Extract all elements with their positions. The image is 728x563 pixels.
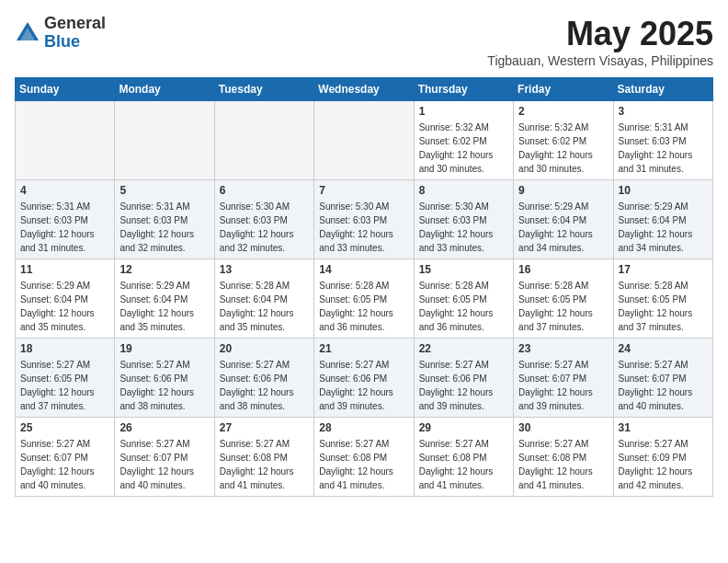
calendar-day-cell: 29Sunrise: 5:27 AMSunset: 6:08 PMDayligh…: [414, 418, 513, 497]
day-number: 16: [518, 263, 608, 276]
calendar-day-cell: 13Sunrise: 5:28 AMSunset: 6:04 PMDayligh…: [214, 259, 313, 339]
calendar-table: SundayMondayTuesdayWednesdayThursdayFrid…: [15, 77, 713, 497]
day-info: Sunrise: 5:27 AMSunset: 6:08 PMDaylight:…: [518, 437, 608, 492]
day-number: 19: [119, 342, 209, 355]
calendar-day-cell: 14Sunrise: 5:28 AMSunset: 6:05 PMDayligh…: [314, 259, 414, 339]
header-row: SundayMondayTuesdayWednesdayThursdayFrid…: [16, 78, 713, 101]
calendar-week-row: 4Sunrise: 5:31 AMSunset: 6:03 PMDaylight…: [16, 180, 713, 259]
calendar-day-cell: 28Sunrise: 5:27 AMSunset: 6:08 PMDayligh…: [314, 418, 414, 497]
day-number: 30: [518, 421, 608, 434]
day-info: Sunrise: 5:27 AMSunset: 6:08 PMDaylight:…: [419, 437, 508, 492]
day-number: 31: [619, 421, 708, 434]
day-number: 9: [518, 184, 608, 197]
weekday-header: Sunday: [16, 78, 115, 101]
day-info: Sunrise: 5:27 AMSunset: 6:07 PMDaylight:…: [119, 437, 209, 492]
day-number: 26: [119, 421, 209, 434]
day-info: Sunrise: 5:30 AMSunset: 6:03 PMDaylight:…: [419, 200, 508, 255]
location-title: Tigbauan, Western Visayas, Philippines: [487, 53, 713, 68]
calendar-week-row: 18Sunrise: 5:27 AMSunset: 6:05 PMDayligh…: [16, 339, 713, 418]
calendar-day-cell: 22Sunrise: 5:27 AMSunset: 6:06 PMDayligh…: [414, 339, 513, 418]
day-number: 20: [220, 342, 309, 355]
calendar-week-row: 25Sunrise: 5:27 AMSunset: 6:07 PMDayligh…: [16, 418, 713, 497]
day-number: 24: [619, 342, 708, 355]
day-info: Sunrise: 5:28 AMSunset: 6:05 PMDaylight:…: [419, 279, 508, 334]
day-info: Sunrise: 5:32 AMSunset: 6:02 PMDaylight:…: [419, 121, 508, 176]
calendar-day-cell: 16Sunrise: 5:28 AMSunset: 6:05 PMDayligh…: [514, 259, 613, 339]
weekday-header: Monday: [115, 78, 214, 101]
calendar-day-cell: 26Sunrise: 5:27 AMSunset: 6:07 PMDayligh…: [115, 418, 214, 497]
day-number: 13: [220, 263, 309, 276]
day-info: Sunrise: 5:28 AMSunset: 6:05 PMDaylight:…: [518, 279, 608, 334]
day-number: 7: [319, 184, 408, 197]
day-number: 27: [220, 421, 309, 434]
calendar-day-cell: 10Sunrise: 5:29 AMSunset: 6:04 PMDayligh…: [613, 180, 712, 259]
title-block: May 2025 Tigbauan, Western Visayas, Phil…: [487, 15, 713, 68]
day-number: 22: [419, 342, 508, 355]
day-number: 21: [319, 342, 408, 355]
calendar-day-cell: 5Sunrise: 5:31 AMSunset: 6:03 PMDaylight…: [115, 180, 214, 259]
calendar-day-cell: 18Sunrise: 5:27 AMSunset: 6:05 PMDayligh…: [16, 339, 115, 418]
day-info: Sunrise: 5:28 AMSunset: 6:04 PMDaylight:…: [220, 279, 309, 334]
calendar-day-cell: [115, 101, 214, 180]
day-info: Sunrise: 5:27 AMSunset: 6:08 PMDaylight:…: [319, 437, 408, 492]
calendar-day-cell: [314, 101, 414, 180]
day-number: 3: [619, 105, 708, 118]
day-number: 18: [20, 342, 109, 355]
weekday-header: Wednesday: [314, 78, 414, 101]
day-number: 29: [419, 421, 508, 434]
day-number: 1: [419, 105, 508, 118]
day-info: Sunrise: 5:29 AMSunset: 6:04 PMDaylight:…: [20, 279, 109, 334]
day-info: Sunrise: 5:27 AMSunset: 6:08 PMDaylight:…: [220, 437, 309, 492]
calendar-day-cell: 15Sunrise: 5:28 AMSunset: 6:05 PMDayligh…: [414, 259, 513, 339]
day-info: Sunrise: 5:31 AMSunset: 6:03 PMDaylight:…: [119, 200, 209, 255]
calendar-week-row: 1Sunrise: 5:32 AMSunset: 6:02 PMDaylight…: [16, 101, 713, 180]
day-number: 4: [20, 184, 109, 197]
calendar-day-cell: 2Sunrise: 5:32 AMSunset: 6:02 PMDaylight…: [514, 101, 613, 180]
calendar-week-row: 11Sunrise: 5:29 AMSunset: 6:04 PMDayligh…: [16, 259, 713, 339]
day-info: Sunrise: 5:27 AMSunset: 6:05 PMDaylight:…: [20, 358, 109, 413]
day-number: 10: [619, 184, 708, 197]
day-number: 23: [518, 342, 608, 355]
month-title: May 2025: [487, 15, 713, 53]
day-number: 17: [619, 263, 708, 276]
calendar-day-cell: 31Sunrise: 5:27 AMSunset: 6:09 PMDayligh…: [613, 418, 712, 497]
page-header: General Blue May 2025 Tigbauan, Western …: [15, 15, 713, 68]
day-info: Sunrise: 5:32 AMSunset: 6:02 PMDaylight:…: [518, 121, 608, 176]
weekday-header: Tuesday: [214, 78, 313, 101]
calendar-day-cell: 12Sunrise: 5:29 AMSunset: 6:04 PMDayligh…: [115, 259, 214, 339]
calendar-day-cell: 27Sunrise: 5:27 AMSunset: 6:08 PMDayligh…: [214, 418, 313, 497]
weekday-header: Saturday: [613, 78, 712, 101]
day-number: 6: [220, 184, 309, 197]
day-number: 14: [319, 263, 408, 276]
day-number: 12: [119, 263, 209, 276]
day-info: Sunrise: 5:31 AMSunset: 6:03 PMDaylight:…: [20, 200, 109, 255]
day-info: Sunrise: 5:30 AMSunset: 6:03 PMDaylight:…: [319, 200, 408, 255]
logo-icon: [15, 20, 40, 46]
day-number: 8: [419, 184, 508, 197]
day-info: Sunrise: 5:27 AMSunset: 6:06 PMDaylight:…: [319, 358, 408, 413]
calendar-day-cell: 1Sunrise: 5:32 AMSunset: 6:02 PMDaylight…: [414, 101, 513, 180]
day-info: Sunrise: 5:29 AMSunset: 6:04 PMDaylight:…: [518, 200, 608, 255]
day-info: Sunrise: 5:27 AMSunset: 6:06 PMDaylight:…: [220, 358, 309, 413]
day-info: Sunrise: 5:29 AMSunset: 6:04 PMDaylight:…: [619, 200, 708, 255]
calendar-day-cell: 21Sunrise: 5:27 AMSunset: 6:06 PMDayligh…: [314, 339, 414, 418]
calendar-day-cell: [16, 101, 115, 180]
calendar-day-cell: 19Sunrise: 5:27 AMSunset: 6:06 PMDayligh…: [115, 339, 214, 418]
day-info: Sunrise: 5:27 AMSunset: 6:07 PMDaylight:…: [20, 437, 109, 492]
calendar-day-cell: [214, 101, 313, 180]
day-info: Sunrise: 5:27 AMSunset: 6:06 PMDaylight:…: [119, 358, 209, 413]
day-number: 15: [419, 263, 508, 276]
day-info: Sunrise: 5:27 AMSunset: 6:07 PMDaylight:…: [518, 358, 608, 413]
calendar-day-cell: 23Sunrise: 5:27 AMSunset: 6:07 PMDayligh…: [514, 339, 613, 418]
calendar-day-cell: 6Sunrise: 5:30 AMSunset: 6:03 PMDaylight…: [214, 180, 313, 259]
calendar-day-cell: 30Sunrise: 5:27 AMSunset: 6:08 PMDayligh…: [514, 418, 613, 497]
day-info: Sunrise: 5:28 AMSunset: 6:05 PMDaylight:…: [619, 279, 708, 334]
calendar-day-cell: 9Sunrise: 5:29 AMSunset: 6:04 PMDaylight…: [514, 180, 613, 259]
calendar-day-cell: 7Sunrise: 5:30 AMSunset: 6:03 PMDaylight…: [314, 180, 414, 259]
day-number: 25: [20, 421, 109, 434]
calendar-day-cell: 4Sunrise: 5:31 AMSunset: 6:03 PMDaylight…: [16, 180, 115, 259]
weekday-header: Friday: [514, 78, 613, 101]
day-info: Sunrise: 5:27 AMSunset: 6:07 PMDaylight:…: [619, 358, 708, 413]
calendar-day-cell: 11Sunrise: 5:29 AMSunset: 6:04 PMDayligh…: [16, 259, 115, 339]
weekday-header: Thursday: [414, 78, 513, 101]
